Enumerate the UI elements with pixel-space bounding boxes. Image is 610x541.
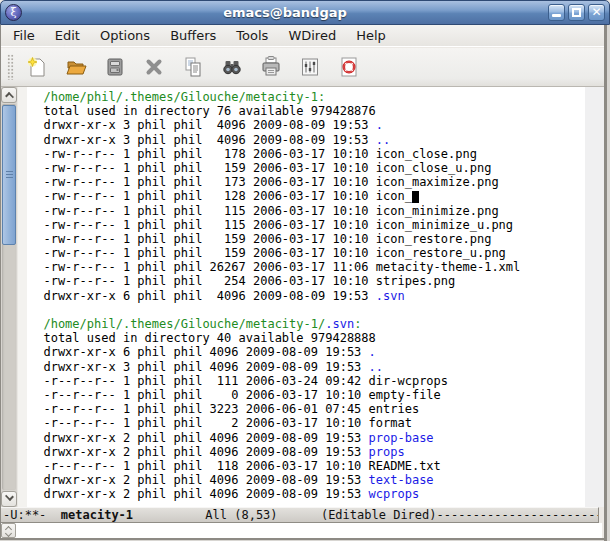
- file-info: -rw-r--r-- 1 phil phil 173 2006-03-17 10…: [29, 175, 499, 189]
- dired-line: -rw-r--r-- 1 phil phil 254 2006-03-17 10…: [29, 274, 585, 288]
- directory-link[interactable]: .svn: [325, 317, 354, 331]
- window-title: emacs@bandgap: [22, 5, 548, 20]
- maximize-button[interactable]: [568, 4, 585, 21]
- dired-line: -rw-r--r-- 1 phil phil 115 2006-03-17 10…: [29, 218, 585, 232]
- close-icon: ✕: [589, 5, 604, 20]
- customize-button[interactable]: [293, 52, 327, 82]
- emacs-window: ξ emacs@bandgap ✕ File Edit Options Buff…: [0, 0, 610, 541]
- file-info: drwxr-xr-x 3 phil phil 4096 2009-08-09 1…: [29, 360, 369, 374]
- scroll-down-button[interactable]: [1, 491, 17, 507]
- dired-line: -rw-r--r-- 1 phil phil 173 2006-03-17 10…: [29, 175, 585, 189]
- maximize-icon: [572, 8, 581, 17]
- file-info: -r--r--r-- 1 phil phil 0 2006-03-17 10:1…: [29, 388, 441, 402]
- file-info: drwxr-xr-x 6 phil phil 4096 2009-08-09 1…: [29, 345, 369, 359]
- file-info: drwxr-xr-x 6 phil phil 4096 2009-08-09 1…: [29, 289, 376, 303]
- file-info: -r--r--r-- 1 phil phil 2 2006-03-17 10:1…: [29, 416, 412, 430]
- dired-line: /home/phil/.themes/Gilouche/metacity-1:: [29, 90, 585, 104]
- menu-help[interactable]: Help: [346, 26, 396, 46]
- directory-header: :: [354, 317, 361, 331]
- file-info: total used in directory 40 available 979…: [29, 331, 376, 345]
- dired-line: drwxr-xr-x 2 phil phil 4096 2009-08-09 1…: [29, 487, 585, 501]
- scrollbar-track[interactable]: [2, 104, 16, 490]
- dired-line: -rw-r--r-- 1 phil phil 178 2006-03-17 10…: [29, 147, 585, 161]
- text-cursor: [412, 191, 419, 203]
- file-info: -rw-r--r-- 1 phil phil 26267 2006-03-17 …: [29, 260, 520, 274]
- dired-line: -r--r--r-- 1 phil phil 3223 2006-06-01 0…: [29, 402, 585, 416]
- file-info: -rw-r--r-- 1 phil phil 159 2006-03-17 10…: [29, 232, 491, 246]
- menu-tools[interactable]: Tools: [226, 26, 278, 46]
- directory-link[interactable]: .: [376, 118, 383, 132]
- file-info: drwxr-xr-x 2 phil phil 4096 2009-08-09 1…: [29, 473, 369, 487]
- dired-line: -rw-r--r-- 1 phil phil 128 2006-03-17 10…: [29, 189, 585, 203]
- directory-link[interactable]: ..: [376, 133, 390, 147]
- modeline-text: ----------------------------------------…: [437, 508, 599, 522]
- directory-header: /home/phil/.themes/Gilouche/metacity-1:: [29, 90, 325, 104]
- dired-line: -rw-r--r-- 1 phil phil 26267 2006-03-17 …: [29, 260, 585, 274]
- dired-line: [29, 303, 585, 317]
- copy-button[interactable]: [176, 52, 210, 82]
- scrollbar-thumb[interactable]: [2, 105, 16, 245]
- directory-link[interactable]: prop-base: [369, 431, 434, 445]
- help-button[interactable]: [332, 52, 366, 82]
- close-button[interactable]: ✕: [588, 4, 605, 21]
- menu-edit[interactable]: Edit: [45, 26, 90, 46]
- directory-link[interactable]: ..: [369, 360, 383, 374]
- toolbar: [1, 48, 607, 87]
- search-button[interactable]: [215, 52, 249, 82]
- modeline-text: [46, 508, 60, 522]
- minibuffer-row: [1, 523, 602, 538]
- file-info: drwxr-xr-x 2 phil phil 4096 2009-08-09 1…: [29, 431, 369, 445]
- menu-wdired[interactable]: WDired: [278, 26, 346, 46]
- main-window: /home/phil/.themes/Gilouche/metacity-1: …: [1, 87, 604, 507]
- minibuffer-scrollbar[interactable]: [1, 523, 16, 538]
- file-info: -rw-r--r-- 1 phil phil 128 2006-03-17 10…: [29, 189, 412, 203]
- preferences-sliders-icon: [298, 55, 322, 79]
- printer-icon: [259, 55, 283, 79]
- window-border-right[interactable]: [604, 25, 610, 541]
- chevron-up-icon: [5, 92, 14, 101]
- directory-link[interactable]: .: [369, 345, 376, 359]
- dired-line: -r--r--r-- 1 phil phil 111 2006-03-24 09…: [29, 374, 585, 388]
- dired-line: drwxr-xr-x 2 phil phil 4096 2009-08-09 1…: [29, 431, 585, 445]
- directory-link[interactable]: .svn: [376, 289, 405, 303]
- mode-line: -U:**- metacity-1 All (8,53) (Editable D…: [1, 507, 599, 523]
- directory-link[interactable]: text-base: [369, 473, 434, 487]
- open-folder-icon: [64, 55, 88, 79]
- modeline-text: -U:**-: [3, 508, 46, 522]
- directory-link[interactable]: wcprops: [369, 487, 420, 501]
- menu-options[interactable]: Options: [90, 26, 160, 46]
- modeline-buffer-name: metacity-1: [61, 508, 133, 522]
- vertical-scrollbar[interactable]: [1, 87, 18, 507]
- new-file-icon: [25, 55, 49, 79]
- dired-buffer[interactable]: /home/phil/.themes/Gilouche/metacity-1: …: [27, 87, 585, 507]
- file-info: -r--r--r-- 1 phil phil 111 2006-03-24 09…: [29, 374, 448, 388]
- titlebar[interactable]: ξ emacs@bandgap ✕: [0, 0, 610, 25]
- open-folder-button[interactable]: [59, 52, 93, 82]
- minibuffer-input[interactable]: [16, 523, 602, 538]
- toolbar-drag-handle[interactable]: [7, 54, 14, 80]
- copy-icon: [181, 55, 205, 79]
- directory-link[interactable]: props: [369, 445, 405, 459]
- dired-line: -r--r--r-- 1 phil phil 2 2006-03-17 10:1…: [29, 416, 585, 430]
- scroll-up-button[interactable]: [1, 87, 17, 103]
- modeline-text: [278, 508, 321, 522]
- close-buffer-button[interactable]: [137, 52, 171, 82]
- chevron-down-icon: [5, 530, 12, 537]
- dired-line: drwxr-xr-x 3 phil phil 4096 2009-08-09 1…: [29, 133, 585, 147]
- left-fringe: [18, 87, 27, 507]
- menu-buffers[interactable]: Buffers: [160, 26, 226, 46]
- directory-header: /home/phil/.themes/Gilouche/metacity-1/: [29, 317, 325, 331]
- minimize-button[interactable]: [548, 4, 565, 21]
- file-info: -r--r--r-- 1 phil phil 118 2006-03-17 10…: [29, 459, 441, 473]
- dired-line: drwxr-xr-x 2 phil phil 4096 2009-08-09 1…: [29, 445, 585, 459]
- menu-file[interactable]: File: [3, 26, 45, 46]
- file-info: total used in directory 76 available 979…: [29, 104, 376, 118]
- file-info: drwxr-xr-x 3 phil phil 4096 2009-08-09 1…: [29, 118, 376, 132]
- print-button[interactable]: [254, 52, 288, 82]
- dired-line: total used in directory 40 available 979…: [29, 331, 585, 345]
- save-button[interactable]: [98, 52, 132, 82]
- new-file-button[interactable]: [20, 52, 54, 82]
- file-info: -rw-r--r-- 1 phil phil 178 2006-03-17 10…: [29, 147, 477, 161]
- file-info: drwxr-xr-x 2 phil phil 4096 2009-08-09 1…: [29, 487, 369, 501]
- right-dead-space: [585, 87, 604, 507]
